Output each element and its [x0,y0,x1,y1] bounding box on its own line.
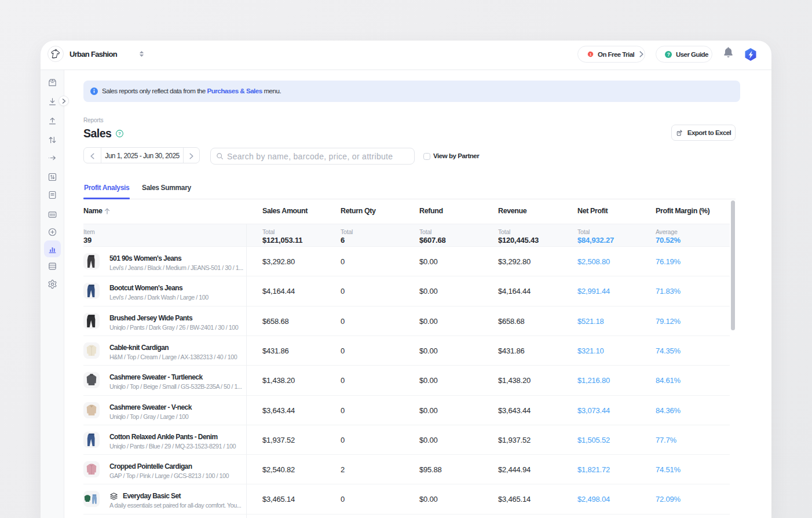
svg-text:?: ? [667,51,670,57]
svg-text:?: ? [118,131,121,136]
